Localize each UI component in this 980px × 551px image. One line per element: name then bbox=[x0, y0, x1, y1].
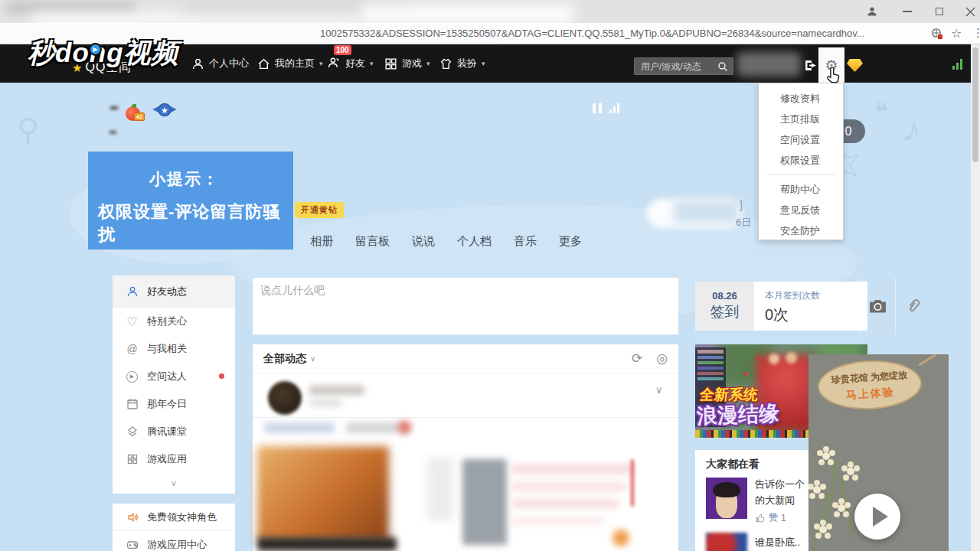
blurred-dash bbox=[109, 131, 116, 134]
blurred-pink-line bbox=[511, 464, 634, 474]
like-label[interactable]: 赞 bbox=[769, 511, 778, 524]
blurred-username bbox=[737, 52, 801, 77]
sidebar-item-game-center[interactable]: 游戏应用中心 bbox=[113, 531, 235, 551]
checkin-date: 08.26 bbox=[695, 290, 754, 302]
pause-icon[interactable] bbox=[593, 103, 602, 113]
heart-icon: ♥ bbox=[743, 369, 748, 378]
sidebar-extra-panel: 免费领女神角色 游戏应用中心 bbox=[113, 504, 235, 551]
video-ad-overlay[interactable]: 珍贵花馆 为您绽放 马上体验 bbox=[808, 354, 949, 551]
feed-item-collapse-chevron[interactable]: ∨ bbox=[655, 384, 663, 396]
browser-menu-kebab-icon[interactable]: ⋮ bbox=[972, 26, 980, 40]
tab-shuoshuo[interactable]: 说说 bbox=[412, 234, 435, 249]
svg-text:★: ★ bbox=[161, 106, 168, 115]
sidebar-item-tencent-classroom[interactable]: 腾讯课堂 bbox=[113, 418, 235, 445]
feed-filter-dropdown[interactable]: 全部动态 bbox=[263, 352, 306, 366]
tip-box: 小提示： 权限设置-评论留言防骚扰 bbox=[88, 152, 293, 249]
play-circle-icon: ▶ bbox=[126, 371, 138, 383]
checkin-label: 本月签到次数 bbox=[765, 289, 867, 302]
blurred-image bbox=[257, 446, 389, 542]
feed-settings-icon[interactable]: ◎ bbox=[656, 350, 668, 367]
sidebar-item-zone-stars[interactable]: ▶ 空间达人 bbox=[113, 363, 235, 390]
restore-button[interactable] bbox=[928, 3, 951, 20]
composer-attach-button[interactable] bbox=[895, 278, 931, 334]
refresh-icon[interactable]: ⟳ bbox=[632, 350, 642, 367]
sidebar-item-about-me[interactable]: @ 与我相关 bbox=[113, 335, 235, 363]
sidebar-item-game-apps[interactable]: 游戏应用 bbox=[113, 445, 235, 473]
minimize-button[interactable] bbox=[896, 3, 919, 20]
video-play-button[interactable] bbox=[854, 494, 900, 540]
minimize-icon bbox=[903, 11, 912, 12]
thumb-up-icon[interactable] bbox=[755, 513, 766, 523]
people-icon bbox=[328, 56, 341, 69]
tab-albums[interactable]: 相册 bbox=[310, 234, 333, 249]
ad-line2: 浪漫结缘 bbox=[696, 399, 779, 430]
menu-homepage-layout[interactable]: 主页排版 bbox=[759, 109, 843, 129]
leaf-cta-button[interactable]: 马上体验 bbox=[819, 383, 921, 404]
watermark-play-icon: ▶ bbox=[89, 43, 102, 56]
menu-help-center[interactable]: 帮助中心 bbox=[759, 179, 843, 200]
nav-personal-center[interactable]: 个人中心 bbox=[191, 44, 249, 83]
nav-friends[interactable]: 100 好友 ▾ bbox=[328, 44, 374, 83]
menu-feedback[interactable]: 意见反馈 bbox=[759, 200, 843, 220]
sidebar-panel: 好友动态 ♡ 特别关心 @ 与我相关 ▶ 空间达人 那年今日 腾讯课堂 游戏应用… bbox=[113, 276, 235, 494]
sidebar-item-special-care[interactable]: ♡ 特别关心 bbox=[113, 308, 235, 335]
watch-item2-line1[interactable]: 谁是卧底.. bbox=[755, 534, 800, 550]
deco-quote-icon: ❝ bbox=[874, 96, 888, 127]
blurred-gray-block bbox=[462, 459, 507, 545]
tab-music[interactable]: 音乐 bbox=[514, 234, 537, 249]
site-permission-icon[interactable] bbox=[931, 28, 943, 40]
menu-security[interactable]: 安全防护 bbox=[759, 220, 843, 241]
search-input[interactable] bbox=[635, 61, 717, 72]
signal-bars-icon bbox=[952, 59, 965, 70]
heart-icon: ♡ bbox=[126, 315, 139, 328]
chart-bars-icon[interactable] bbox=[609, 103, 619, 113]
tab-more[interactable]: 更多 bbox=[559, 234, 582, 249]
url-text[interactable]: 1002575332&ADSESSION=1535250507&ADTAG=CL… bbox=[320, 28, 865, 39]
menu-permission-settings[interactable]: 权限设置 bbox=[759, 150, 843, 171]
nav-my-home[interactable]: 我的主页 ▾ bbox=[257, 44, 323, 83]
watch-item2-thumbnail[interactable] bbox=[706, 533, 747, 551]
calendar-icon bbox=[126, 398, 139, 410]
sidebar-item-free-goddess[interactable]: 免费领女神角色 bbox=[113, 504, 235, 531]
nav-decorate[interactable]: 装扮 ▾ bbox=[439, 44, 485, 83]
flower-icon bbox=[819, 526, 827, 533]
tab-message-board[interactable]: 留言板 bbox=[355, 234, 390, 249]
speaker-icon bbox=[126, 511, 139, 523]
screen: 1002575332&ADSESSION=1535250507&ADTAG=CL… bbox=[0, 0, 980, 551]
video-watermark: 秒dong视频 bbox=[28, 35, 179, 71]
browser-titlebar bbox=[0, 0, 980, 23]
heart-icon: ♥ bbox=[756, 355, 760, 363]
feed-panel: 全部动态 ∨ ⟳ ◎ ∨ bbox=[253, 344, 678, 551]
search-icon[interactable] bbox=[717, 61, 728, 72]
checkin-button[interactable]: 08.26 签到 bbox=[695, 282, 754, 331]
nav-games[interactable]: 游戏 ▾ bbox=[384, 44, 430, 83]
blurred-area bbox=[360, 5, 574, 24]
browser-profile-button[interactable] bbox=[861, 3, 884, 20]
composer-input[interactable] bbox=[260, 284, 597, 328]
navbar-search[interactable] bbox=[634, 57, 733, 75]
menu-zone-settings[interactable]: 空间设置 bbox=[759, 129, 843, 150]
open-yellow-diamond-button[interactable]: 开通黄钻 bbox=[295, 202, 344, 218]
camera-icon bbox=[868, 298, 887, 315]
flower-icon bbox=[813, 486, 821, 494]
blurred-profile-text bbox=[674, 201, 739, 223]
menu-edit-profile[interactable]: 修改资料 bbox=[759, 88, 843, 109]
gem-icon bbox=[126, 425, 139, 438]
menu-divider bbox=[766, 174, 835, 175]
close-button[interactable] bbox=[959, 3, 980, 20]
scrollbar-thumb[interactable] bbox=[972, 47, 978, 162]
browser-scrollbar[interactable] bbox=[971, 44, 980, 551]
tab-personal-file[interactable]: 个人档 bbox=[457, 234, 492, 249]
bookmark-star-icon[interactable]: ☆ bbox=[951, 26, 962, 41]
logout-icon[interactable] bbox=[804, 59, 818, 72]
tip-line2: 权限设置-评论留言防骚扰 bbox=[98, 201, 293, 246]
at-icon: @ bbox=[126, 343, 139, 356]
caret-down-icon: ▾ bbox=[482, 60, 485, 67]
sidebar-collapse-chevron[interactable]: ∨ bbox=[113, 473, 235, 494]
watch-item1-thumbnail[interactable] bbox=[706, 478, 747, 519]
sidebar-item-friend-feeds[interactable]: 好友动态 bbox=[113, 276, 235, 308]
sidebar-item-that-year-today[interactable]: 那年今日 bbox=[113, 390, 235, 418]
blurred-red-line bbox=[631, 459, 634, 507]
grid-icon bbox=[126, 453, 139, 465]
settings-dropdown: 修改资料 主页排版 空间设置 权限设置 帮助中心 意见反馈 安全防护 bbox=[758, 83, 844, 240]
